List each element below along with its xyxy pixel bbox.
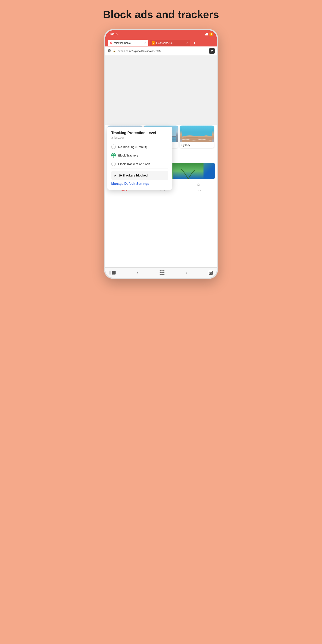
back-button[interactable]: ‹ — [137, 270, 138, 275]
option-block-trackers[interactable]: Block Trackers — [111, 151, 168, 160]
url-text[interactable]: airbnb.com/?irgwc=1&irclid=2SJz%3 — [118, 50, 208, 52]
signal-bars-icon — [204, 32, 208, 36]
svg-rect-25 — [185, 138, 198, 138]
tab-airbnb[interactable]: Vacation Renta ✕ — [108, 40, 148, 46]
trackers-blocked-row[interactable]: ▶ 10 Trackers blocked — [111, 171, 168, 180]
vivaldi-icon[interactable]: V — [209, 48, 215, 54]
radio-no-blocking-icon — [111, 144, 116, 149]
radio-block-trackers-icon — [111, 153, 116, 158]
sidebar-toggle-icon[interactable] — [109, 271, 116, 274]
login-person-icon — [196, 183, 201, 189]
tab-electronics-close-icon[interactable]: ✕ — [186, 42, 188, 44]
option-block-trackers-label: Block Trackers — [118, 154, 138, 157]
tab-electronics-title: Electronics, Ca — [156, 42, 185, 44]
address-bar: ⛨ 🔒 airbnb.com/?irgwc=1&irclid=2SJz%3 V — [105, 46, 217, 56]
svg-point-31 — [198, 184, 199, 185]
svg-rect-24 — [186, 137, 198, 138]
forward-button[interactable]: › — [186, 270, 187, 275]
tracking-shield-icon[interactable]: ⛨ — [107, 49, 111, 53]
status-bar: 14:18 📶 — [105, 30, 217, 38]
status-time: 14:18 — [109, 32, 118, 36]
city-name-sydney: Sydney — [180, 142, 214, 148]
tabs-row: Vacation Renta ✕ 🛍 Electronics, Ca ✕ + — [108, 40, 214, 46]
option-block-trackers-ads[interactable]: Block Trackers and Ads — [111, 160, 168, 168]
apps-grid-icon[interactable] — [160, 270, 164, 275]
tab-airbnb-close-icon[interactable]: ✕ — [144, 42, 146, 44]
page-headline: Block ads and trackers — [103, 8, 219, 21]
phone-frame: 14:18 📶 — [104, 29, 218, 279]
browser-content: Tracking Protection Level airbnb.com No … — [105, 125, 217, 268]
status-icons: 📶 — [204, 32, 213, 36]
option-block-trackers-ads-label: Block Trackers and Ads — [118, 162, 150, 166]
svg-rect-30 — [173, 163, 204, 179]
manage-default-settings-link[interactable]: Manage Default Settings — [111, 182, 168, 186]
option-no-blocking[interactable]: No Blocking (Default) — [111, 142, 168, 151]
amazon-favicon-icon: 🛍 — [152, 41, 155, 45]
airbnb-favicon-icon — [110, 41, 113, 45]
vivaldi-v-letter: V — [211, 49, 213, 52]
popup-title: Tracking Protection Level — [111, 131, 168, 135]
page-container: Block ads and trackers 14:18 📶 — [80, 8, 242, 279]
tracking-popup: Tracking Protection Level airbnb.com No … — [107, 127, 172, 190]
tab-electronics[interactable]: 🛍 Electronics, Ca ✕ — [150, 40, 190, 46]
city-card-sydney[interactable]: Sydney — [180, 126, 214, 148]
chevron-right-icon: ▶ — [114, 174, 116, 177]
svg-text:⛨: ⛨ — [108, 50, 110, 52]
browser-chrome: Vacation Renta ✕ 🛍 Electronics, Ca ✕ + — [105, 38, 217, 46]
sydney-image — [180, 126, 214, 142]
tab-airbnb-title: Vacation Renta — [114, 42, 143, 44]
tabs-count-badge: 2 — [210, 272, 212, 274]
radio-block-trackers-ads-icon — [111, 162, 116, 166]
popup-domain: airbnb.com — [111, 136, 168, 139]
wifi-icon: 📶 — [209, 32, 213, 36]
phone-nav-bar: ‹ › 2 — [105, 268, 217, 278]
login-label: Log in — [196, 189, 201, 191]
app-tab-login[interactable]: Log in — [196, 183, 201, 191]
tabs-count-button[interactable]: 2 — [209, 271, 213, 275]
option-no-blocking-label: No Blocking (Default) — [118, 145, 147, 148]
add-tab-button[interactable]: + — [192, 40, 198, 46]
trackers-blocked-count: 10 Trackers blocked — [118, 174, 148, 177]
lock-icon: 🔒 — [113, 50, 116, 52]
